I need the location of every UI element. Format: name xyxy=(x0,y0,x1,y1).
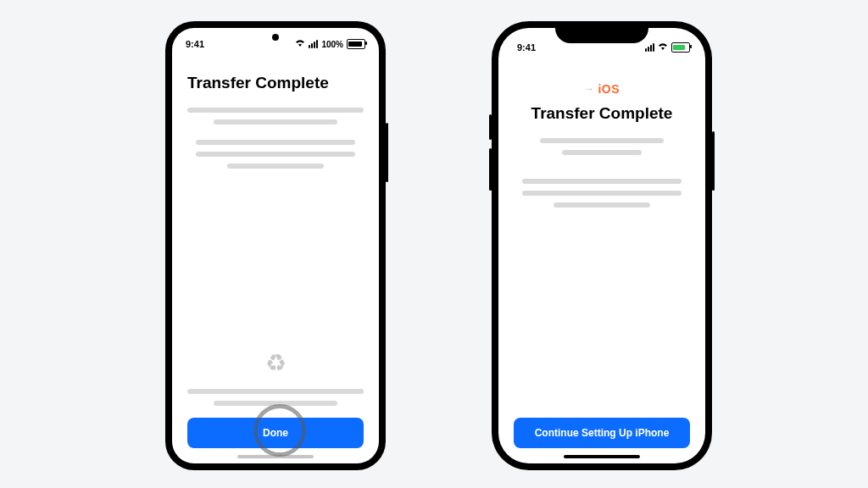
android-phone-frame: 9:41 100% Transfer Complete xyxy=(165,21,386,470)
stage: 9:41 100% Transfer Complete xyxy=(0,0,868,488)
iphone-title: Transfer Complete xyxy=(531,104,673,123)
placeholder-line xyxy=(196,152,354,157)
placeholder-line xyxy=(196,140,354,145)
iphone-volume-up xyxy=(489,114,492,140)
arrow-icon: → xyxy=(584,83,595,95)
placeholder-line xyxy=(187,108,364,113)
placeholder-line xyxy=(540,138,664,143)
wifi-icon xyxy=(658,42,668,53)
continue-setup-button[interactable]: Continue Setting Up iPhone xyxy=(514,418,690,448)
iphone-home-indicator xyxy=(564,455,640,458)
android-clock: 9:41 xyxy=(186,39,204,49)
iphone-volume-down xyxy=(489,148,492,191)
signal-icon xyxy=(645,43,654,52)
placeholder-line xyxy=(187,389,364,394)
placeholder-line xyxy=(562,150,642,155)
placeholder-line xyxy=(554,202,650,208)
android-title: Transfer Complete xyxy=(187,74,329,92)
android-punch-hole-camera xyxy=(272,34,279,41)
move-to-ios-badge: → iOS xyxy=(584,82,620,96)
recycle-icon: ♻ xyxy=(265,349,287,377)
battery-icon xyxy=(671,42,690,53)
iphone-screen: 9:41 → iOS Transfer Complete xyxy=(498,28,705,463)
wifi-icon xyxy=(295,39,305,49)
android-screen: 9:41 100% Transfer Complete xyxy=(172,28,379,463)
android-status-bar: 9:41 100% xyxy=(172,28,379,57)
android-content: Transfer Complete ♻ Done xyxy=(172,57,379,463)
android-battery-text: 100% xyxy=(321,40,343,49)
iphone-frame: 9:41 → iOS Transfer Complete xyxy=(492,21,712,470)
iphone-side-button xyxy=(712,131,715,191)
iphone-clock: 9:41 xyxy=(517,42,536,53)
signal-icon xyxy=(309,40,318,48)
placeholder-line xyxy=(214,119,337,125)
done-button[interactable]: Done xyxy=(187,418,364,448)
battery-icon xyxy=(347,39,365,49)
placeholder-line xyxy=(227,164,324,169)
iphone-content: → iOS Transfer Complete Continue Setting… xyxy=(498,60,705,463)
ios-badge-text: iOS xyxy=(598,82,620,96)
placeholder-line xyxy=(522,191,681,196)
placeholder-line xyxy=(214,401,337,406)
placeholder-line xyxy=(522,179,681,184)
android-power-button xyxy=(386,123,388,182)
iphone-notch xyxy=(555,21,648,43)
android-gesture-bar xyxy=(237,455,314,458)
